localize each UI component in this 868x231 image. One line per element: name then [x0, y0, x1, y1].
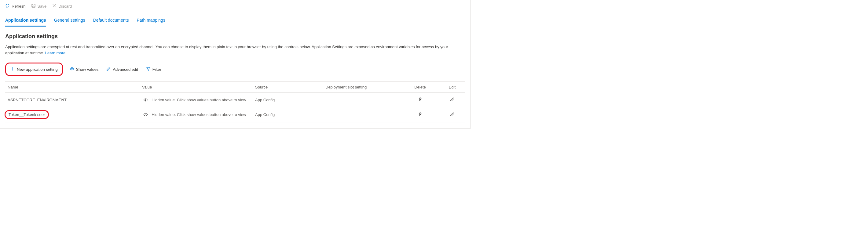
command-bar: Refresh Save Discard — [0, 0, 470, 12]
source-cell: App Config — [255, 98, 326, 102]
col-name: Name — [8, 85, 142, 90]
eye-icon — [70, 67, 74, 72]
reveal-value-button[interactable] — [142, 96, 149, 103]
filter-icon — [146, 67, 151, 72]
page-title: Application settings — [5, 33, 465, 40]
col-edit: Edit — [438, 85, 466, 90]
edit-button[interactable] — [449, 111, 456, 119]
col-delete: Delete — [402, 85, 438, 90]
edit-button[interactable] — [449, 96, 456, 104]
advanced-edit-button[interactable]: Advanced edit — [105, 65, 139, 74]
setting-name-link[interactable]: ASPNETCORE_ENVIRONMENT — [8, 98, 67, 102]
tab-bar: Application settings General settings De… — [5, 16, 465, 27]
trash-icon — [418, 112, 423, 118]
refresh-label: Refresh — [11, 4, 26, 8]
refresh-button[interactable]: Refresh — [5, 3, 26, 9]
save-label: Save — [38, 4, 47, 8]
save-icon — [31, 3, 36, 9]
description-text: Application settings are encrypted at re… — [5, 44, 465, 56]
source-cell: App Config — [255, 112, 326, 117]
tab-application-settings[interactable]: Application settings — [5, 16, 46, 27]
hidden-value-text: Hidden value. Click show values button a… — [152, 98, 246, 102]
pencil-icon — [450, 97, 455, 102]
show-values-label: Show values — [76, 67, 99, 72]
filter-button[interactable]: Filter — [145, 65, 162, 74]
col-value: Value — [142, 85, 255, 90]
description-body: Application settings are encrypted at re… — [5, 44, 448, 55]
svg-point-1 — [71, 68, 72, 70]
trash-icon — [418, 97, 423, 102]
advanced-edit-label: Advanced edit — [113, 67, 138, 72]
settings-table: Name Value Source Deployment slot settin… — [5, 81, 465, 122]
col-source: Source — [255, 85, 326, 90]
refresh-icon — [5, 3, 10, 9]
delete-button[interactable] — [417, 111, 424, 119]
close-icon — [52, 3, 57, 9]
svg-point-3 — [145, 114, 146, 116]
col-slot: Deployment slot setting — [326, 85, 402, 90]
discard-label: Discard — [58, 4, 72, 8]
reveal-value-button[interactable] — [142, 111, 149, 118]
table-row: Token__TokenIssuer Hidden value. Click s… — [5, 107, 465, 122]
highlight-new-setting: New application setting — [5, 63, 63, 76]
svg-point-2 — [145, 99, 146, 100]
setting-name-link[interactable]: Token__TokenIssuer — [8, 112, 45, 117]
new-application-setting-button[interactable]: New application setting — [9, 65, 59, 74]
tab-default-documents[interactable]: Default documents — [93, 16, 129, 27]
pencil-icon — [450, 112, 455, 118]
hidden-value-text: Hidden value. Click show values button a… — [152, 112, 246, 117]
plus-icon — [10, 67, 15, 72]
show-values-button[interactable]: Show values — [68, 65, 100, 74]
tab-path-mappings[interactable]: Path mappings — [136, 16, 165, 27]
learn-more-link[interactable]: Learn more — [45, 51, 65, 55]
svg-rect-0 — [31, 4, 35, 7]
highlight-token-issuer: Token__TokenIssuer — [5, 110, 49, 119]
tab-general-settings[interactable]: General settings — [54, 16, 85, 27]
save-button[interactable]: Save — [31, 3, 47, 9]
action-row: New application setting Show values Adva… — [5, 63, 465, 76]
table-row: ASPNETCORE_ENVIRONMENT Hidden value. Cli… — [5, 93, 465, 107]
pencil-icon — [106, 67, 111, 72]
filter-label: Filter — [152, 67, 161, 72]
delete-button[interactable] — [417, 96, 424, 104]
new-setting-label: New application setting — [17, 67, 58, 72]
discard-button[interactable]: Discard — [52, 3, 72, 9]
table-header: Name Value Source Deployment slot settin… — [5, 81, 465, 93]
